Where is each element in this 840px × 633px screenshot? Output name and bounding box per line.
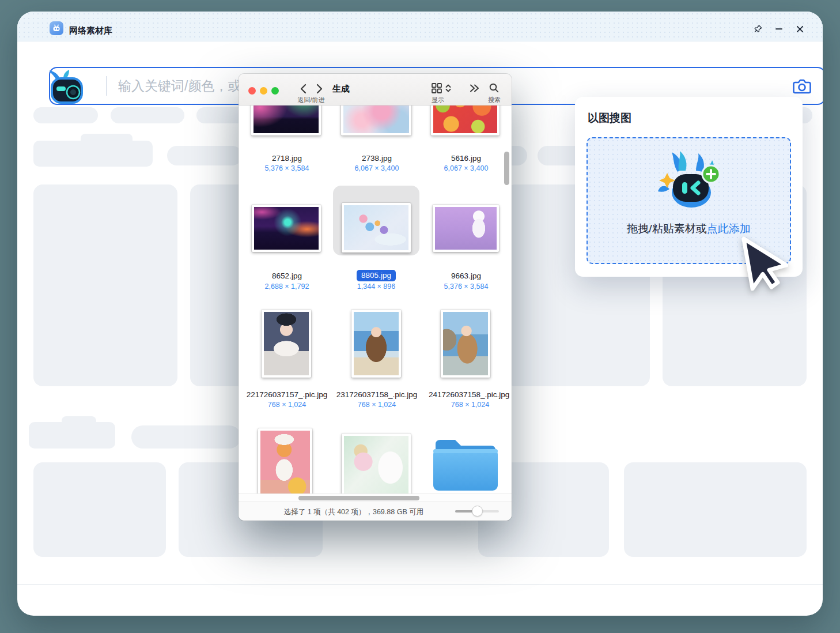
traffic-zoom-button[interactable]: [271, 87, 279, 95]
file-name[interactable]: 2718.jpg: [247, 154, 327, 163]
drop-text: 拖拽/粘贴素材或: [627, 223, 706, 235]
finder-toolbar: 返回/前进 生成 显示 搜索: [239, 74, 512, 106]
robot-add-icon: [656, 148, 725, 212]
minimize-icon[interactable]: [773, 23, 785, 35]
add-here-link[interactable]: 点此添加: [707, 223, 751, 235]
app-logo-icon: [50, 21, 63, 35]
file-dimensions: 6,067 × 3,400: [336, 164, 417, 172]
vertical-scrollbar[interactable]: [504, 152, 509, 185]
skeleton-pill: [167, 146, 242, 165]
file-thumbnail[interactable]: [258, 428, 312, 493]
finder-search-label: 搜索: [477, 96, 512, 104]
traffic-minimize-button[interactable]: [260, 87, 267, 95]
file-dimensions: 6,067 × 3,400: [426, 164, 506, 172]
search-divider: [106, 76, 107, 96]
file-thumbnail[interactable]: [341, 106, 411, 135]
file-name-selected[interactable]: 8805.jpg: [336, 270, 417, 281]
skeleton-pill: [131, 425, 241, 449]
file-thumbnail[interactable]: [351, 310, 401, 378]
file-dimensions: 1,344 × 896: [336, 282, 417, 291]
back-forward-label: 返回/前进: [288, 96, 334, 104]
thumbnail-zoom-slider[interactable]: [455, 510, 499, 513]
file-name[interactable]: 221726037157_.pic.jpg: [243, 390, 331, 399]
skeleton-folder: [33, 134, 153, 167]
horizontal-scrollbar-track: [239, 493, 512, 502]
file-thumbnail[interactable]: [251, 106, 321, 135]
file-name[interactable]: 9663.jpg: [426, 272, 506, 280]
traffic-close-button[interactable]: [248, 87, 256, 95]
file-dimensions: 5,376 × 3,584: [426, 282, 506, 291]
file-thumbnail[interactable]: [433, 205, 499, 252]
file-thumbnail[interactable]: [431, 106, 500, 135]
display-label: 显示: [421, 96, 455, 104]
file-thumbnail[interactable]: [342, 434, 411, 493]
back-icon[interactable]: [299, 83, 308, 97]
skeleton-card: [33, 184, 177, 386]
slider-knob[interactable]: [472, 506, 483, 517]
file-dimensions: 768 × 1,024: [429, 401, 512, 409]
sort-chevron-icon[interactable]: [445, 82, 452, 96]
pin-icon[interactable]: [752, 23, 764, 35]
robot-mascot-icon: [46, 67, 88, 107]
file-thumbnail[interactable]: [262, 310, 311, 378]
file-thumbnail[interactable]: [252, 205, 321, 252]
panel-title: 以图搜图: [588, 111, 631, 126]
app-titlebar: 网络素材库: [17, 12, 823, 42]
forward-icon[interactable]: [315, 83, 324, 97]
horizontal-scrollbar[interactable]: [298, 496, 419, 500]
skeleton-folder: [29, 416, 115, 449]
file-dimensions: 5,376 × 3,584: [247, 164, 327, 172]
file-dimensions: 768 × 1,024: [243, 401, 331, 409]
finder-window: 返回/前进 生成 显示 搜索 2718.jpg 2738.jpg: [239, 74, 512, 521]
skeleton-pill: [33, 107, 98, 123]
skeleton-card: [33, 462, 166, 557]
finder-file-grid: 2718.jpg 2738.jpg 5616.jpg 5,376 × 3,584…: [239, 106, 512, 493]
status-text: 选择了 1 项（共 402 项），369.88 GB 可用: [239, 507, 469, 517]
file-name[interactable]: 2738.jpg: [336, 154, 417, 163]
file-dimensions: 2,688 × 1,792: [247, 282, 327, 291]
close-icon[interactable]: [794, 23, 805, 35]
file-name[interactable]: 5616.jpg: [426, 154, 506, 163]
app-title: 网络素材库: [69, 25, 112, 36]
file-name[interactable]: 8652.jpg: [247, 272, 327, 280]
grid-view-icon[interactable]: [431, 82, 442, 96]
folder-icon[interactable]: [431, 432, 500, 493]
desktop-background: 网络素材库: [0, 0, 840, 633]
file-name[interactable]: 231726037158_.pic.jpg: [333, 390, 421, 399]
more-chevrons-icon[interactable]: [469, 83, 480, 96]
finder-status-bar: 选择了 1 项（共 402 项），369.88 GB 可用: [239, 502, 512, 521]
footer-divider: [17, 584, 823, 585]
file-dimensions: 768 × 1,024: [333, 401, 421, 409]
skeleton-card: [624, 462, 807, 557]
file-name[interactable]: 241726037158_.pic.jpg: [429, 390, 512, 399]
search-icon[interactable]: [489, 82, 500, 96]
skeleton-pill: [111, 107, 184, 123]
file-thumbnail[interactable]: [441, 310, 490, 378]
finder-window-title: 生成: [332, 84, 350, 95]
mouse-cursor-icon: [736, 233, 788, 306]
file-thumbnail-selected[interactable]: [342, 203, 411, 253]
camera-icon[interactable]: [792, 77, 812, 96]
